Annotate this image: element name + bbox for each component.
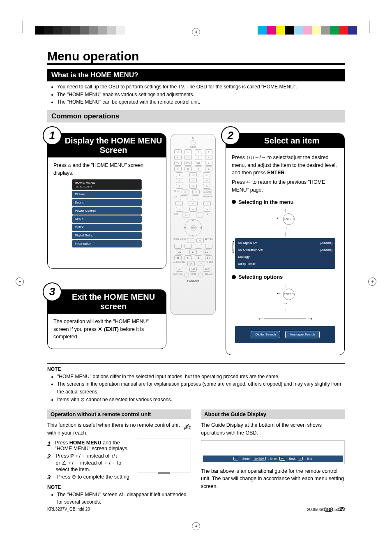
step-1-title: Display the HOME MENU Screen [48,134,166,157]
page: ✦ ✦ ✦ Menu operation What is the HOME ME… [0,0,392,555]
section-common-operations: Common operations [47,110,345,123]
arrows-icon: ↑/↓/←/→ [246,155,266,160]
menu-item: Setup [72,215,142,223]
left-sub-heading: Operation without a remote control unit [47,409,191,419]
power-icon [191,140,196,145]
page-title: Menu operation [47,49,345,65]
right-outro: The bar above is an operational guide fo… [201,467,345,490]
content: Menu operation What is the HOME MENU? Yo… [0,37,392,509]
crop-mark-right [357,21,369,33]
step-number-1: 1 [43,126,62,145]
bullet: The "HOME MENU" can be operated with the… [57,98,345,106]
menu-item: Power Control [72,207,142,215]
right-intro: The Guide Display at the bottom of the s… [201,421,345,437]
registration-mark-top: ✦ [192,28,200,36]
footer-file: KRL3237V_GB.indd 29 [47,507,90,511]
remote-input-label: INPUT [173,146,214,148]
nav-cross-menu: ↑ ← ENTER → ↓ [273,208,297,236]
return-icon: ↩ [246,179,251,185]
t2c: Press [232,179,246,185]
home-menu-sub: FLAT SCREEN TV [75,185,139,189]
left-intro: This function is useful when there is no… [47,421,191,437]
section-what-is-home-menu: What is the HOME MENU? [47,69,345,81]
callout-step-1: 1 Display the HOME MENU Screen Press ⌂ a… [47,133,166,269]
sub-selecting-menu: Selecting in the menu [238,198,293,206]
registration-mark-left: ✦ [16,278,24,286]
callout-step-3: 3 Exit the HOME MENU screen The operatio… [47,289,166,349]
enter-label: ENTER [267,170,284,176]
home-menu-mockup: HOME MENU FLAT SCREEN TV Picture Sound P… [72,179,142,247]
leftright-arrow-icon: ←────────→ [232,313,339,324]
note-bullet: The "HOME MENU" screen will disappear if… [57,491,191,506]
menu-item: Option [72,224,142,231]
callout-step-2: 2 Select an item Press ↑/↓/←/→ to select… [226,133,345,355]
note-bullet: Items with ⊘ cannot be selected for vari… [57,396,345,404]
note-heading: NOTE [47,366,345,372]
footer-timestamp: 2008/06/13 14:50:18 [307,507,345,512]
guide-bar-illustration: ↕: Select ENTER: Enter ↩: Back ⌂: End [201,440,345,464]
remote-tv-label: TV [173,137,214,139]
option-analogue: Analogue Search [285,331,319,338]
registration-mark-right: ✦ [368,278,376,286]
print-marks-area: ✦ [0,0,392,37]
color-bar-left [35,26,125,35]
step-number-3: 3 [43,282,62,301]
updown-arrow-icon: ↑│↓ [231,240,235,253]
step-2-title: Select an item [226,134,344,148]
exit-label: (EXIT) [104,326,119,332]
bullet: You need to call up the OSD to perform s… [57,83,345,91]
option-digital: Digital Search [251,331,280,338]
hand-icon: ✍︎ [184,422,191,433]
remote-control-illustration: TV INPUT ☐123 4567 TVDTVSAT⎘ ⟳3D⊞⧉ 123 4… [171,134,216,315]
note-bullet: The screens in the operation manual are … [57,380,345,395]
crop-mark-left [23,21,35,33]
menu-sample: No Signal Off[Disable] No Operation Off[… [235,238,335,269]
operation-without-remote: Operation without a remote control unit … [47,409,191,509]
sub-selecting-options: Selecting options [238,273,283,281]
step-number-2: 2 [221,126,240,145]
menu-item: Sound [72,199,142,206]
right-sub-heading: About the Guide Display [201,409,345,419]
registration-mark-bottom: ✦ [192,522,200,530]
brand-label: Pioneer [173,279,214,283]
tv-front-illustration [137,439,191,472]
home-menu-description-list: You need to call up the OSD to perform s… [57,83,345,106]
step-3-title: Exit the HOME MENU screen [48,290,166,314]
menu-item: Picture [72,191,142,198]
dpad-icon: ENTER ▲ ▼ ◀ ▶ [184,219,202,236]
color-bar-right [258,26,357,35]
bullet: The "HOME MENU" enables various settings… [57,91,345,99]
diagram-area: 1 Display the HOME MENU Screen Press ⌂ a… [47,125,345,364]
home-menu-header: HOME MENU [75,181,95,185]
note-heading-2: NOTE [47,484,191,490]
home-icon: ⌂ [68,162,71,168]
menu-item: Digital Setup [72,232,142,239]
note-bullet: "HOME MENU" options differ in the select… [57,373,345,381]
t2a: Press [232,155,246,160]
menu-item: Information [72,240,142,247]
about-guide-display: About the Guide Display The Guide Displa… [201,409,345,509]
step-1-text-a: Press [53,162,68,168]
nav-cross-options: ↑ ← ENTER → ↓ [273,283,297,312]
